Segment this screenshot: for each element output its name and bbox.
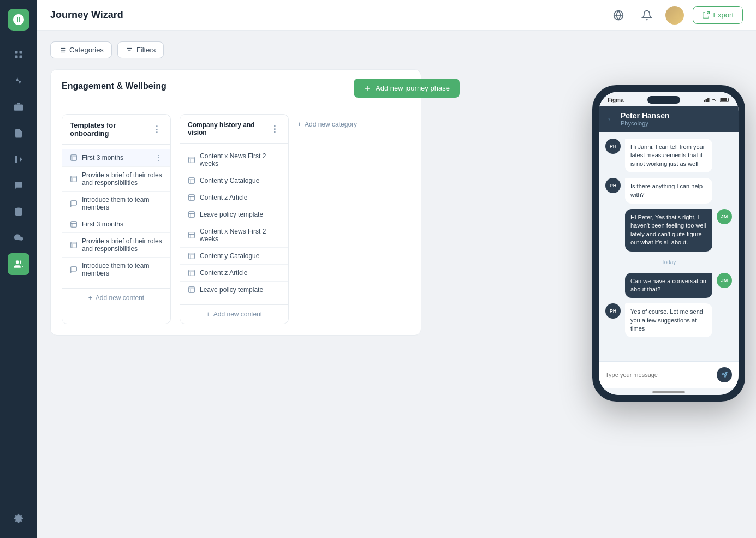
journey-title: Engagement & Wellbeing — [62, 81, 166, 91]
chat-avatar-jm: JM — [717, 209, 732, 224]
message-icon — [70, 266, 78, 273]
page-title: Journey Wizard — [50, 9, 123, 21]
chat-message: JM Hi Peter, Yes that's right, I haven't… — [605, 209, 732, 252]
list-item[interactable]: Content x News First 2 weeks — [180, 223, 288, 248]
chat-messages: PH Hi Janni, I can tell from your latest… — [599, 132, 739, 361]
svg-rect-59 — [704, 100, 705, 102]
chat-avatar-ph: PH — [605, 139, 621, 154]
add-category-col: + Add new category — [297, 114, 385, 324]
globe-icon[interactable] — [609, 5, 628, 25]
template-icon — [188, 177, 195, 184]
topbar-actions: Export — [609, 5, 743, 25]
documents-icon[interactable] — [8, 122, 29, 144]
plus-icon: + — [297, 121, 301, 128]
list-item[interactable]: First 3 months ⋮ — [62, 149, 170, 167]
export-button[interactable]: Export — [693, 6, 743, 24]
item-menu[interactable]: ⋮ — [155, 153, 163, 162]
packages-icon[interactable] — [8, 96, 29, 118]
bell-icon[interactable] — [637, 5, 657, 25]
svg-rect-56 — [189, 287, 195, 293]
list-item[interactable]: Content z Article — [180, 265, 288, 282]
category-header-company: Company history and vision ⋮ — [180, 115, 288, 144]
chat-bubble: Yes of course. Let me send you a few sug… — [625, 303, 712, 337]
template-icon — [70, 154, 78, 162]
categories-button[interactable]: Categories — [50, 41, 112, 58]
template-icon — [70, 175, 78, 183]
add-category-button[interactable]: + Add new category — [297, 121, 357, 128]
chat-avatar-ph: PH — [605, 303, 621, 319]
svg-rect-50 — [189, 253, 195, 259]
svg-rect-35 — [189, 157, 195, 163]
category-col-templates: Templates for onboarding ⋮ First 3 month… — [62, 114, 171, 324]
settings-icon[interactable] — [8, 507, 29, 529]
add-content-company-button[interactable]: + Add new content — [180, 304, 288, 324]
list-item[interactable]: Leave policy template — [180, 206, 288, 223]
chat-bubble: Can we have a conversation about that? — [625, 273, 712, 298]
svg-rect-65 — [721, 98, 727, 101]
phone-statusbar: Figma — [599, 92, 739, 106]
journey-body: Templates for onboarding ⋮ First 3 month… — [51, 103, 421, 335]
category-header-templates: Templates for onboarding ⋮ — [62, 115, 170, 145]
template-icon — [188, 156, 195, 164]
category-items-company: Content x News First 2 weeks Content y C… — [180, 144, 288, 302]
community-icon[interactable] — [8, 253, 29, 275]
upload-icon[interactable] — [8, 227, 29, 249]
svg-rect-60 — [705, 99, 707, 103]
filter-bar: Categories Filters — [50, 41, 743, 58]
list-item[interactable]: Leave policy template — [180, 282, 288, 298]
list-item[interactable]: Provide a brief of their roles and respo… — [62, 233, 170, 258]
svg-rect-0 — [15, 51, 17, 53]
database-icon[interactable] — [8, 201, 29, 223]
topbar: Journey Wizard Export — [37, 0, 756, 31]
svg-rect-44 — [189, 212, 195, 218]
sidebar — [0, 0, 37, 538]
add-phase-icon — [364, 85, 371, 92]
template-icon — [188, 252, 195, 260]
svg-rect-26 — [71, 176, 77, 182]
phone-notch — [647, 96, 680, 104]
reports-icon[interactable] — [8, 148, 29, 170]
analytics-icon[interactable] — [8, 70, 29, 92]
svg-rect-2 — [15, 56, 17, 58]
chat-back-button[interactable]: ← — [606, 114, 615, 124]
list-item[interactable]: Content x News First 2 weeks — [180, 148, 288, 172]
list-item[interactable]: Content z Article — [180, 189, 288, 206]
logo-icon — [12, 13, 25, 26]
template-icon — [188, 194, 195, 201]
template-icon — [188, 231, 195, 239]
messages-icon[interactable] — [8, 175, 29, 196]
svg-rect-61 — [707, 98, 709, 102]
template-icon — [70, 220, 78, 228]
list-item[interactable]: Introduce them to team members — [62, 192, 170, 216]
svg-point-63 — [715, 100, 716, 101]
add-phase-button[interactable]: Add new journey phase — [354, 79, 460, 98]
category-menu-templates[interactable]: ⋮ — [151, 123, 163, 136]
chat-avatar-jm: JM — [717, 273, 732, 288]
svg-line-11 — [707, 11, 710, 14]
list-item[interactable]: Content y Catalogue — [180, 172, 288, 189]
svg-rect-23 — [71, 155, 77, 161]
add-content-button[interactable]: + Add new content — [62, 288, 170, 307]
chat-input[interactable] — [605, 372, 712, 378]
filters-button[interactable]: Filters — [117, 41, 164, 58]
list-item[interactable]: Introduce them to team members — [62, 258, 170, 282]
chat-bubble: Is there anything I can help with? — [625, 178, 712, 204]
list-item[interactable]: Provide a brief of their roles and respo… — [62, 167, 170, 192]
export-icon — [702, 11, 710, 19]
svg-point-7 — [16, 260, 19, 264]
category-col-company: Company history and vision ⋮ Content x N… — [180, 114, 289, 324]
svg-rect-32 — [71, 242, 77, 248]
svg-rect-29 — [71, 222, 77, 228]
user-avatar[interactable] — [665, 6, 684, 25]
category-menu-company[interactable]: ⋮ — [269, 122, 281, 135]
list-item[interactable]: Content y Catalogue — [180, 248, 288, 265]
logo — [8, 9, 29, 31]
chat-send-button[interactable] — [717, 367, 732, 382]
template-icon — [188, 269, 195, 277]
list-item[interactable]: First 3 months — [62, 216, 170, 233]
dashboard-icon[interactable] — [8, 44, 29, 65]
chat-bubble: Hi Peter, Yes that's right, I haven't be… — [625, 209, 712, 252]
category-items-templates: First 3 months ⋮ Provide a brief of thei… — [62, 145, 170, 286]
home-bar — [652, 391, 685, 393]
svg-rect-41 — [189, 195, 195, 201]
